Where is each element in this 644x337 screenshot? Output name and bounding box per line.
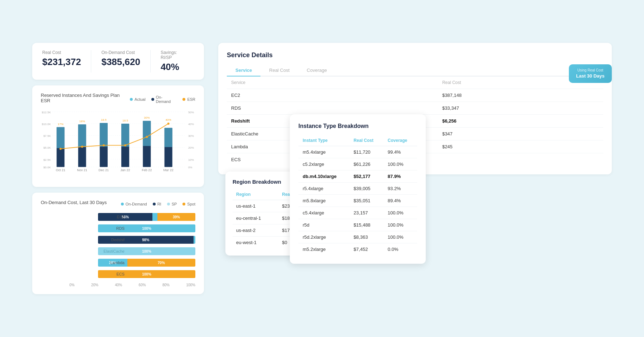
region-useast1: us-east-1 [233, 200, 278, 212]
table-row: c5.2xlarge $61,226 100.0% [298, 158, 417, 170]
instance-table: Instant Type Real Cost Coverage m5.4xlar… [298, 135, 417, 255]
svg-point-40 [167, 123, 170, 125]
type-r54xlarge: r5.4xlarge [298, 183, 349, 195]
cost-redshift: $6,256 [438, 115, 603, 128]
ec2-orange: 39% [157, 213, 195, 221]
svg-point-38 [124, 144, 126, 147]
actual-label: Actual [135, 97, 146, 101]
on-demand-label: On-Demand Cost [101, 50, 140, 55]
using-real-cost-badge[interactable]: Using Real Cost Last 30 Days [569, 64, 612, 83]
esr-label: ESR [187, 97, 195, 101]
svg-text:18.5: 18.5 [101, 118, 107, 122]
svg-text:$10.0K: $10.0K [42, 123, 51, 126]
svg-point-39 [146, 136, 148, 138]
svg-rect-28 [121, 124, 129, 147]
x-axis-labels: 0% 20% 40% 60% 80% 100% [69, 282, 195, 287]
tab-coverage[interactable]: Coverage [298, 65, 335, 76]
cost-elasticcache: $347 [438, 128, 603, 140]
stacked-row-rds: RDS 100% [98, 224, 195, 232]
main-container: Real Cost $231,372 On-Demand Cost $385,6… [18, 29, 626, 308]
type-m58xlarge: m5.8xlarge [298, 195, 349, 207]
region-euwest1: eu-west-1 [233, 237, 278, 249]
legend-stacked-ondemand: On-Demand [121, 202, 147, 206]
elasticache-blue: 100% [98, 247, 195, 255]
svg-rect-22 [78, 124, 86, 147]
esr-dot [182, 98, 185, 101]
svg-text:0%: 0% [188, 166, 192, 169]
cost-m54xlarge: $11,720 [349, 146, 383, 158]
svg-rect-31 [143, 121, 151, 146]
service-details-title: Service Details [227, 51, 603, 59]
ec2-blue [152, 213, 157, 221]
real-cost-label: Real Cost [42, 50, 81, 55]
cost-c54xlarge: 23,157 [349, 207, 383, 219]
stacked-ondemand-dot [121, 203, 124, 205]
svg-rect-25 [100, 123, 108, 147]
svg-text:17%: 17% [58, 123, 63, 126]
table-row: EC2 $387,148 [227, 89, 603, 102]
type-m54xlarge: m5.4xlarge [298, 146, 349, 158]
cov-c54xlarge: 100.0% [384, 207, 417, 219]
region-useast2: us-east-2 [233, 224, 278, 237]
summary-cards: Real Cost $231,372 On-Demand Cost $385,6… [32, 43, 204, 80]
legend-stacked-ri: RI [153, 202, 161, 206]
svg-text:$5.0K: $5.0K [43, 147, 51, 150]
tab-real-cost[interactable]: Real Cost [260, 65, 298, 76]
savings-value: 40% [161, 61, 184, 73]
cost-c52xlarge: $61,226 [349, 158, 383, 170]
instance-breakdown-title: Instance Type Breakdown [298, 123, 417, 129]
cost-m52xlarge: $7,452 [349, 243, 383, 256]
type-c54xlarge: c5.4xlarge [298, 207, 349, 219]
cov-m52xlarge: 0.0% [384, 243, 417, 256]
tab-service[interactable]: Service [227, 65, 260, 76]
svg-text:Oct 21: Oct 21 [56, 168, 65, 171]
table-row: m5.2xlarge $7,452 0.0% [298, 243, 417, 256]
stacked-chart-title: On-Demand Cost, Last 30 Days [41, 200, 107, 205]
svg-rect-19 [57, 127, 64, 148]
savings-card: Savings: RI/SP 40% [161, 50, 194, 73]
stacked-row-ecs: ECS 100% [98, 270, 195, 278]
real-cost-value: $231,372 [42, 56, 81, 68]
svg-point-37 [103, 144, 105, 147]
cov-c52xlarge: 100.0% [384, 158, 417, 170]
cov-r5d2xlarge: 100.0% [384, 231, 417, 243]
svg-point-36 [81, 146, 83, 148]
svg-text:Jan 22: Jan 22 [121, 168, 130, 171]
svg-point-35 [59, 148, 62, 150]
table-row: r5.4xlarge $39,005 93.2% [298, 183, 417, 195]
stacked-row-lambda: Lambda 30% 70% [98, 259, 195, 267]
stacked-row-elasticache: ElastiCache 100% [98, 247, 195, 255]
legend-esr: ESR [182, 95, 195, 104]
left-panel: Real Cost $231,372 On-Demand Cost $385,6… [32, 43, 204, 294]
col-coverage-i: Coverage [384, 135, 417, 146]
cost-ec2: $387,148 [438, 89, 603, 102]
svg-text:18%: 18% [79, 120, 85, 123]
svg-text:30%: 30% [144, 116, 150, 119]
cost-ecs [438, 153, 603, 166]
real-cost-card: Real Cost $231,372 [42, 50, 91, 73]
legend-actual: Actual [130, 95, 146, 104]
bar-chart-svg: $12.5K $10.0K $7.5K $5.0K $2.5K $0.0K 50… [41, 108, 195, 171]
stacked-row-dedshif: Dedshif 98% [98, 236, 195, 244]
cov-r5d: 100.0% [384, 219, 417, 231]
stacked-sp-label: SP [172, 202, 177, 206]
stacked-spot-label: Spot [187, 202, 195, 206]
cost-rds: $33,347 [438, 102, 603, 115]
dedshif-label: Dedshif [98, 238, 125, 242]
actual-dot [130, 98, 133, 101]
svg-text:40%: 40% [188, 123, 194, 126]
cost-m58xlarge: $35,051 [349, 195, 383, 207]
table-row: m5.8xlarge $35,051 89.4% [298, 195, 417, 207]
legend-stacked-sp: SP [167, 202, 177, 206]
legend-stacked-spot: Spot [182, 202, 195, 206]
stacked-ri-dot [153, 203, 156, 205]
col-instant-type: Instant Type [298, 135, 349, 146]
stacked-row-ec2: EC2 56% 39% [98, 213, 195, 221]
service-tabs: Service Real Cost Coverage [227, 65, 603, 76]
ecs-label: ECS [98, 272, 125, 276]
svg-text:10%: 10% [188, 158, 194, 162]
cov-r54xlarge: 93.2% [384, 183, 417, 195]
type-m52xlarge: m5.2xlarge [298, 243, 349, 256]
svg-text:30%: 30% [188, 134, 194, 138]
right-panel: Service Details Service Real Cost Covera… [218, 43, 612, 174]
